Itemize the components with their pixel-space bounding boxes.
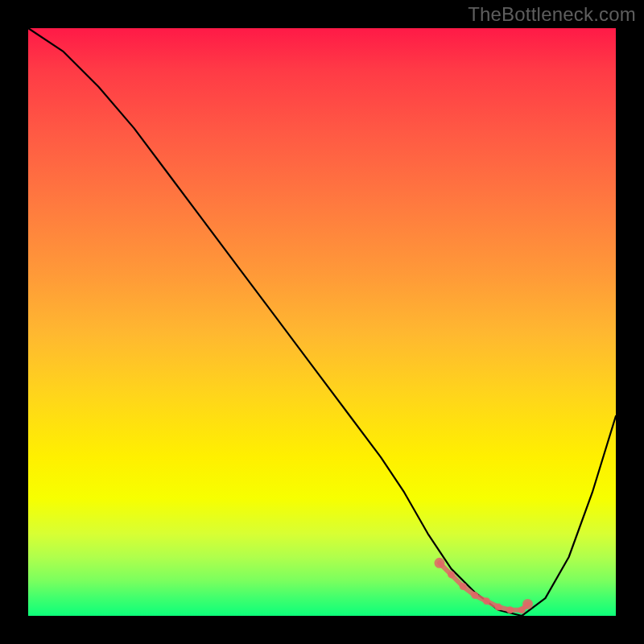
bottleneck-curve-line (28, 28, 616, 616)
highlight-dot (448, 571, 455, 578)
highlight-dot (471, 592, 478, 599)
highlight-dot (522, 599, 533, 609)
highlight-dot (460, 583, 467, 590)
highlight-dot (506, 606, 514, 613)
watermark-text: TheBottleneck.com (468, 3, 636, 26)
plot-area (28, 28, 616, 616)
curve-svg (28, 28, 616, 616)
highlight-dot (495, 604, 502, 611)
highlight-dot (435, 558, 445, 568)
outer-frame: TheBottleneck.com (0, 0, 644, 644)
highlight-dot (483, 597, 490, 605)
